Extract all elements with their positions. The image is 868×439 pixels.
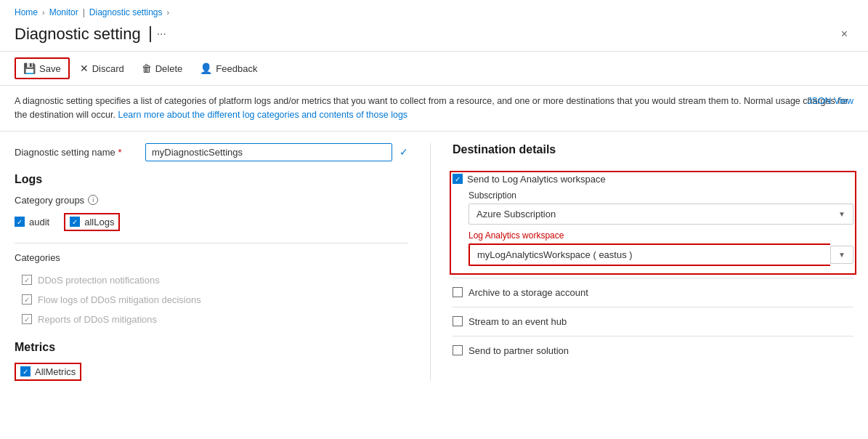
event-hub-checkbox[interactable] bbox=[453, 316, 463, 326]
title-cursor bbox=[150, 26, 151, 42]
category-groups-subsection: Category groups i ✓ audit ✓ allLogs bbox=[15, 195, 408, 231]
description-bar: A diagnostic setting specifies a list of… bbox=[0, 86, 868, 132]
logs-title: Logs bbox=[15, 173, 408, 186]
feedback-icon: 👤 bbox=[200, 63, 212, 74]
archive-storage-dest-item: Archive to a storage account bbox=[453, 278, 853, 307]
event-hub-dest-item: Stream to an event hub bbox=[453, 307, 853, 337]
required-indicator: * bbox=[118, 147, 121, 158]
subscription-label: Subscription bbox=[469, 190, 853, 201]
subscription-dropdown[interactable]: Azure Subscription ▼ bbox=[469, 204, 853, 225]
right-panel: Destination details ✓ Send to Log Analyt… bbox=[430, 143, 853, 381]
ddos1-checkbox[interactable]: ✓ bbox=[22, 275, 32, 285]
setting-name-input[interactable] bbox=[145, 143, 392, 161]
close-button[interactable]: × bbox=[835, 25, 853, 44]
save-button[interactable]: 💾 Save bbox=[15, 57, 70, 79]
partner-label: Send to partner solution bbox=[469, 345, 569, 356]
archive-storage-label: Archive to a storage account bbox=[469, 287, 588, 298]
save-label: Save bbox=[39, 63, 61, 74]
allMetrics-checkbox-item: ✓ AllMetrics bbox=[15, 363, 81, 381]
category-groups-info-icon[interactable]: i bbox=[88, 195, 98, 205]
setting-name-label: Diagnostic setting name * bbox=[15, 147, 145, 158]
audit-checkbox[interactable]: ✓ bbox=[15, 217, 25, 227]
ddos2-item: ✓ Flow logs of DDoS mitigation decisions bbox=[15, 290, 408, 310]
partner-checkbox[interactable] bbox=[453, 345, 463, 355]
allMetrics-checkbox[interactable]: ✓ bbox=[20, 366, 31, 376]
delete-button[interactable]: 🗑 Delete bbox=[134, 59, 190, 78]
setting-name-row: Diagnostic setting name * ✓ bbox=[15, 143, 408, 161]
log-analytics-dest-item: ✓ Send to Log Analytics workspace Subscr… bbox=[453, 168, 853, 278]
category-groups-checkboxes: ✓ audit ✓ allLogs bbox=[15, 213, 408, 231]
feedback-label: Feedback bbox=[216, 63, 257, 74]
page-title: Diagnostic setting bbox=[15, 25, 141, 44]
discard-icon: ✕ bbox=[80, 63, 89, 74]
event-hub-label: Stream to an event hub bbox=[469, 316, 567, 327]
discard-button[interactable]: ✕ Discard bbox=[73, 59, 131, 78]
toolbar: 💾 Save ✕ Discard 🗑 Delete 👤 Feedback bbox=[0, 52, 868, 86]
metrics-title: Metrics bbox=[15, 341, 408, 354]
left-panel: Diagnostic setting name * ✓ Logs Categor… bbox=[15, 143, 430, 381]
destination-title: Destination details bbox=[453, 143, 853, 156]
workspace-input[interactable] bbox=[469, 243, 830, 266]
workspace-dropdown-button[interactable]: ▼ bbox=[830, 246, 853, 264]
categories-label: Categories bbox=[15, 252, 408, 263]
ddos3-label: Reports of DDoS mitigations bbox=[38, 314, 157, 325]
allLogs-checkbox[interactable]: ✓ bbox=[70, 217, 80, 227]
partner-dest-item: Send to partner solution bbox=[453, 337, 853, 365]
metrics-section: Metrics ✓ AllMetrics bbox=[15, 341, 408, 381]
json-view-link[interactable]: JSON View bbox=[807, 94, 853, 108]
ddos3-item: ✓ Reports of DDoS mitigations bbox=[15, 310, 408, 329]
ddos2-checkbox[interactable]: ✓ bbox=[22, 294, 32, 305]
workspace-field: Log Analytics workspace ▼ bbox=[469, 230, 853, 266]
allMetrics-label: AllMetrics bbox=[35, 366, 76, 377]
breadcrumb-diagnostic-settings[interactable]: Diagnostic settings bbox=[89, 7, 163, 17]
subscription-arrow-icon: ▼ bbox=[838, 210, 845, 218]
log-analytics-label: Send to Log Analytics workspace bbox=[467, 174, 606, 185]
allLogs-checkbox-item: ✓ allLogs bbox=[64, 213, 120, 231]
categories-section: Categories ✓ DDoS protection notificatio… bbox=[15, 252, 408, 329]
page-header: Diagnostic setting ··· × bbox=[0, 20, 868, 52]
audit-checkbox-item: ✓ audit bbox=[15, 213, 49, 231]
ddos2-label: Flow logs of DDoS mitigation decisions bbox=[38, 294, 201, 305]
subscription-value: Azure Subscription bbox=[476, 209, 556, 220]
breadcrumb-monitor[interactable]: Monitor bbox=[49, 7, 78, 17]
breadcrumb-home[interactable]: Home bbox=[15, 7, 38, 17]
workspace-label: Log Analytics workspace bbox=[469, 230, 853, 241]
category-groups-label: Category groups i bbox=[15, 195, 408, 206]
ddos1-label: DDoS protection notifications bbox=[38, 275, 160, 286]
more-options-icon[interactable]: ··· bbox=[157, 28, 166, 41]
ddos1-item: ✓ DDoS protection notifications bbox=[15, 270, 408, 290]
delete-label: Delete bbox=[155, 63, 183, 74]
allLogs-label: allLogs bbox=[84, 217, 114, 227]
feedback-button[interactable]: 👤 Feedback bbox=[192, 59, 264, 78]
log-analytics-checkbox[interactable]: ✓ bbox=[453, 174, 463, 184]
subscription-field: Subscription Azure Subscription ▼ bbox=[469, 190, 853, 225]
input-check-icon: ✓ bbox=[399, 146, 408, 158]
save-icon: 💾 bbox=[23, 63, 36, 74]
audit-label: audit bbox=[29, 217, 49, 227]
setting-name-input-group: ✓ bbox=[145, 143, 408, 161]
learn-more-link[interactable]: Learn more about the different log categ… bbox=[118, 110, 407, 120]
log-analytics-checkbox-row: ✓ Send to Log Analytics workspace bbox=[453, 174, 853, 185]
ddos3-checkbox[interactable]: ✓ bbox=[22, 314, 32, 324]
workspace-input-row: ▼ bbox=[469, 243, 853, 266]
logs-divider bbox=[15, 243, 408, 243]
delete-icon: 🗑 bbox=[142, 63, 152, 74]
discard-label: Discard bbox=[92, 63, 124, 74]
archive-storage-checkbox[interactable] bbox=[453, 287, 463, 297]
breadcrumb: Home › Monitor | Diagnostic settings › bbox=[0, 0, 868, 20]
main-content: Diagnostic setting name * ✓ Logs Categor… bbox=[0, 132, 868, 392]
